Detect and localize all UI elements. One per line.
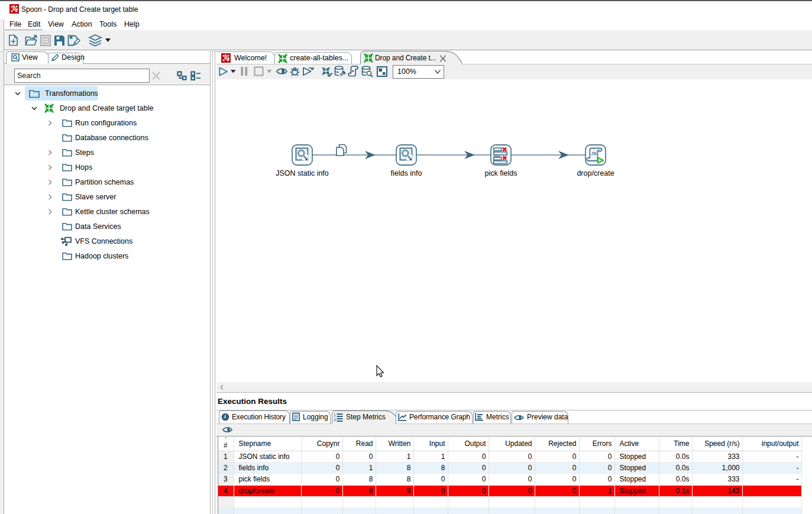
svg-text:JS: JS	[591, 151, 597, 156]
svg-text:pick fields: pick fields	[485, 169, 517, 177]
svg-text:2: 2	[334, 418, 336, 422]
svg-text:JSON static info: JSON static info	[276, 169, 329, 177]
svg-text:1: 1	[334, 413, 336, 417]
svg-text:drop/create: drop/create	[577, 169, 614, 177]
svg-text:fields info: fields info	[391, 169, 422, 177]
